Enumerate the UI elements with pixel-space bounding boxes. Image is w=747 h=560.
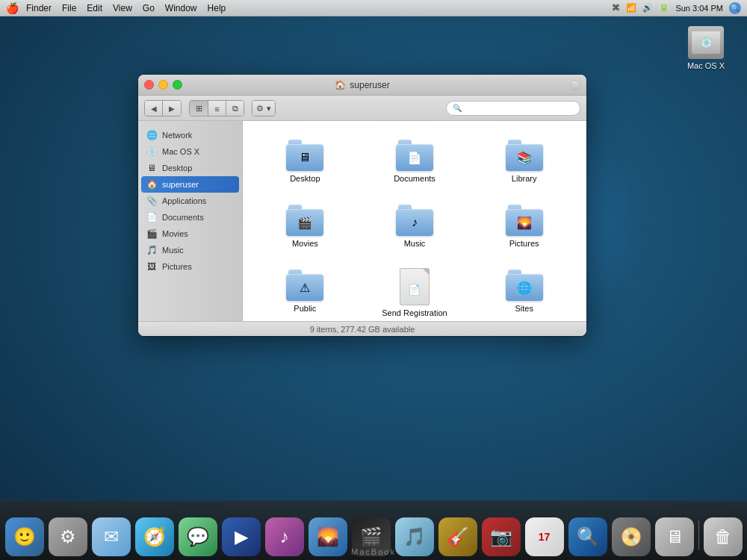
apple-menu[interactable]: 🍎: [6, 2, 19, 14]
action-gear-button[interactable]: ⚙ ▾: [252, 101, 275, 116]
pictures-label: Pictures: [162, 262, 192, 271]
sidebar-item-applications[interactable]: 📎 Applications: [138, 193, 242, 209]
menubar-edit[interactable]: Edit: [87, 3, 102, 13]
dock-item-mac[interactable]: 🖥: [655, 517, 694, 556]
mac-dock-icon: 🖥: [655, 517, 694, 556]
dock-item-garageband[interactable]: 🎸: [438, 517, 477, 556]
macosx-icon: 💿: [146, 146, 158, 158]
forward-button[interactable]: ▶: [163, 101, 181, 116]
dock-separator: [698, 520, 699, 550]
drive-emoji: 💿: [700, 37, 713, 49]
documents-folder-icon: 📄: [395, 138, 434, 171]
window-controls: [144, 80, 182, 90]
sidebar-item-macosx[interactable]: 💿 Mac OS X: [138, 143, 242, 160]
menubar-help[interactable]: Help: [208, 3, 226, 13]
dock-item-itunes[interactable]: ♪: [265, 517, 304, 556]
file-item-send-registration[interactable]: 📄 Send Registration: [364, 262, 466, 321]
view-buttons: ⊞ ≡ ⧉: [189, 100, 244, 116]
dock-item-iphoto[interactable]: 🌄: [309, 517, 347, 556]
column-view-button[interactable]: ⧉: [226, 101, 244, 116]
documents-icon: 📄: [146, 211, 158, 223]
menubar-file[interactable]: File: [62, 3, 76, 13]
dock-item-finder[interactable]: 🙂: [5, 517, 44, 556]
bluetooth-icon[interactable]: ⌘: [612, 3, 620, 13]
menubar-items: Finder File Edit View Go Window Help: [26, 3, 226, 13]
music-folder-icon: ♪: [395, 203, 434, 236]
sidebar-item-music[interactable]: 🎵 Music: [138, 242, 242, 258]
collapse-button[interactable]: [570, 80, 580, 90]
file-item-music[interactable]: ♪ Music: [364, 197, 466, 255]
dock-item-safari[interactable]: 🧭: [135, 517, 174, 556]
dock-item-ichat[interactable]: 💬: [179, 517, 217, 556]
dock-item-mail[interactable]: ✉: [92, 517, 131, 556]
menubar-window[interactable]: Window: [165, 3, 197, 13]
window-title: 🏠 superuser: [335, 80, 389, 90]
library-folder-icon: 📚: [505, 138, 544, 171]
sidebar-item-desktop[interactable]: 🖥 Desktop: [138, 160, 242, 176]
file-item-public[interactable]: ⚠ Public: [254, 262, 356, 321]
documents-label: Documents: [162, 213, 204, 222]
file-item-desktop[interactable]: 🖥 Desktop: [254, 132, 356, 190]
menubar-go[interactable]: Go: [143, 3, 155, 13]
desktop-drive-icon[interactable]: 💿 Mac OS X: [680, 26, 732, 70]
movies-icon: 🎬: [146, 228, 158, 240]
drive-icon-shape: 💿: [688, 26, 724, 59]
sidebar-item-superuser[interactable]: 🏠 superuser: [141, 176, 239, 193]
volume-icon[interactable]: 🔊: [642, 3, 653, 13]
finder-window: 🏠 superuser ◀ ▶ ⊞ ≡ ⧉ ⚙ ▾ 🔍: [138, 75, 586, 336]
desktop-label: Desktop: [290, 174, 320, 184]
drive-label: Mac OS X: [687, 61, 725, 70]
music-icon: 🎵: [146, 244, 158, 256]
sidebar-item-movies[interactable]: 🎬 Movies: [138, 225, 242, 242]
list-view-button[interactable]: ≡: [208, 101, 226, 116]
file-item-documents[interactable]: 📄 Documents: [364, 132, 466, 190]
maximize-button[interactable]: [173, 80, 182, 90]
mail-dock-icon: ✉: [92, 517, 131, 556]
safari-dock-icon: 🧭: [135, 517, 174, 556]
dock-item-quicktime[interactable]: ▶: [222, 517, 261, 556]
file-item-library[interactable]: 📚 Library: [473, 132, 575, 190]
drive-inner: 💿: [692, 31, 720, 54]
movies-folder-icon: 🎬: [285, 203, 324, 236]
statusbar-text: 9 items, 277.42 GB available: [310, 325, 415, 334]
dock-item-ipod[interactable]: 🎵: [395, 517, 434, 556]
dock-item-photo-booth[interactable]: 📷: [482, 517, 521, 556]
public-label: Public: [294, 304, 316, 314]
garageband-dock-icon: 🎸: [438, 517, 477, 556]
applications-label: Applications: [162, 196, 206, 205]
menubar-finder[interactable]: Finder: [26, 3, 52, 13]
window-title-icon: 🏠: [335, 80, 346, 90]
file-grid: 🖥 Desktop 📄 Documents 📚 Library: [243, 121, 586, 321]
spotlight-icon[interactable]: 🔍: [729, 2, 741, 14]
sidebar-item-network[interactable]: 🌐 Network: [138, 127, 242, 143]
dock-item-dvd[interactable]: 📀: [612, 517, 651, 556]
dock-item-trash[interactable]: 🗑: [704, 517, 743, 556]
dock-item-spotlight[interactable]: 🔍: [568, 517, 607, 556]
icon-view-button[interactable]: ⊞: [190, 101, 208, 116]
battery-icon[interactable]: 🔋: [659, 3, 669, 13]
sidebar-item-pictures[interactable]: 🖼 Pictures: [138, 258, 242, 275]
menubar-view[interactable]: View: [113, 3, 132, 13]
window-titlebar: 🏠 superuser: [138, 75, 586, 96]
iphoto-dock-icon: 🌄: [309, 517, 347, 556]
desktop-icon: 🖥: [146, 162, 158, 174]
window-toolbar: ◀ ▶ ⊞ ≡ ⧉ ⚙ ▾ 🔍: [138, 96, 586, 121]
ipod-dock-icon: 🎵: [395, 517, 434, 556]
send-registration-icon: 📄: [400, 268, 430, 305]
sidebar-item-documents[interactable]: 📄 Documents: [138, 209, 242, 225]
clock: Sun 3:04 PM: [675, 4, 723, 13]
file-item-movies[interactable]: 🎬 Movies: [254, 197, 356, 255]
minimize-button[interactable]: [158, 80, 168, 90]
window-title-text: superuser: [350, 80, 389, 90]
dock-item-cal[interactable]: 17: [525, 517, 564, 556]
dock-item-sys-prefs[interactable]: ⚙: [49, 517, 87, 556]
pictures-label: Pictures: [509, 239, 539, 249]
window-body: 🌐 Network 💿 Mac OS X 🖥 Desktop 🏠 superus…: [138, 121, 586, 321]
back-button[interactable]: ◀: [145, 101, 163, 116]
photo-booth-dock-icon: 📷: [482, 517, 521, 556]
file-item-pictures[interactable]: 🌄 Pictures: [473, 197, 575, 255]
search-bar[interactable]: 🔍: [446, 101, 580, 116]
wifi-icon[interactable]: 📶: [626, 3, 636, 13]
close-button[interactable]: [144, 80, 154, 90]
file-item-sites[interactable]: 🌐 Sites: [473, 262, 575, 321]
